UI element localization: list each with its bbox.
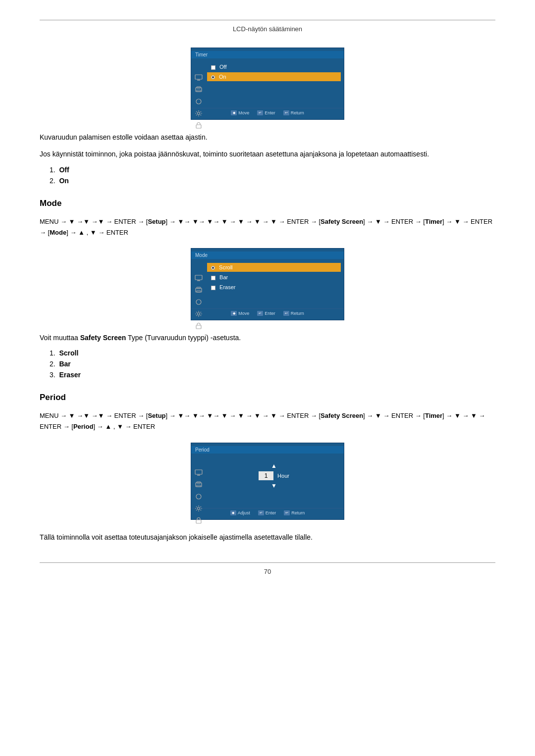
svg-rect-1	[197, 80, 200, 81]
svg-point-6	[198, 112, 200, 115]
svg-rect-20	[197, 485, 201, 487]
timer-menu-screenshot: Timer	[40, 48, 495, 120]
off-checkbox	[211, 65, 215, 70]
timer-list: 1. Off 2. On	[40, 166, 495, 185]
footer-move: ◆ Move	[231, 110, 249, 115]
period-value: 1	[259, 471, 273, 480]
bar-checkbox	[211, 276, 215, 280]
mode-menu-icons	[194, 275, 203, 329]
mode-list-item-2: 2. Bar	[50, 360, 495, 368]
page-container: LCD-näytön säätäminen Timer	[0, 0, 535, 605]
timer-menu-title: Timer	[191, 51, 344, 58]
timer-menu-box: Timer	[191, 48, 344, 120]
period-unit: Hour	[277, 473, 289, 479]
period-menu-title: Period	[191, 446, 344, 454]
svg-rect-0	[195, 75, 202, 79]
page-number: 70	[264, 568, 271, 575]
period-footer-enter: ↵ Enter	[258, 510, 276, 515]
footer-enter: ↵ Enter	[257, 110, 275, 115]
timer-menu-options: Off On	[207, 62, 341, 105]
mode-list-item-1: 1. Scroll	[50, 349, 495, 357]
enter-icon: ↵	[257, 110, 263, 115]
mode-icon-display	[194, 275, 203, 282]
period-value-row: 1 Hour	[259, 471, 289, 480]
period-desc: Tällä toiminnolla voit asettaa toteutusa…	[40, 532, 495, 543]
mode-menu-screenshot: Mode	[40, 248, 495, 320]
timer-menu-icons	[194, 74, 203, 129]
mode-icon-gear	[194, 310, 203, 317]
period-menu-icons	[194, 469, 203, 524]
svg-point-13	[196, 300, 201, 304]
scroll-radio	[211, 266, 215, 270]
mode-menu-options: Scroll Bar Eraser	[207, 263, 341, 305]
period-up-arrow: ▲	[271, 462, 277, 469]
timer-option-on: On	[207, 72, 341, 81]
timer-para1: Kuvaruudun palamisen estolle voidaan ase…	[40, 132, 495, 143]
return-icon: ↩	[283, 110, 289, 115]
svg-point-21	[196, 494, 201, 499]
period-enter-icon: ↵	[258, 510, 264, 515]
period-heading: Period	[40, 393, 495, 403]
period-menu-screenshot: Period	[40, 443, 495, 520]
mode-list: 1. Scroll 2. Bar 3. Eraser	[40, 349, 495, 379]
timer-menu-footer: ◆ Move ↵ Enter ↩ Return	[191, 108, 344, 116]
mode-heading: Mode	[40, 199, 495, 208]
mode-list-item-3: 3. Eraser	[50, 371, 495, 379]
bottom-rule: 70	[40, 562, 495, 575]
on-radio	[211, 75, 215, 79]
mode-desc: Voit muuttaa Safety Screen Type (Turvaru…	[40, 332, 495, 343]
svg-rect-7	[196, 125, 201, 128]
mode-option-bar: Bar	[207, 273, 341, 282]
period-icon-gear	[194, 505, 203, 512]
svg-rect-17	[197, 475, 200, 476]
mode-move-icon: ◆	[231, 311, 237, 316]
period-nav: MENU → ▼ →▼ →▼ → ENTER → [Setup] → ▼→ ▼→…	[40, 410, 495, 432]
footer-return: ↩ Return	[283, 110, 304, 115]
period-menu-footer: ◆ Adjust ↵ Enter ↩ Return	[191, 508, 344, 516]
mode-return-icon: ↩	[283, 311, 289, 316]
mode-footer-enter: ↵ Enter	[257, 311, 275, 316]
mode-option-scroll: Scroll	[207, 263, 341, 272]
timer-list-item-2: 2. On	[50, 177, 495, 185]
period-down-arrow: ▼	[271, 482, 277, 489]
mode-icon-lock	[194, 322, 203, 329]
icon-circle	[194, 98, 203, 105]
timer-para2: Jos käynnistät toiminnon, joka poistaa j…	[40, 149, 495, 159]
icon-print	[194, 86, 203, 93]
period-footer-return: ↩ Return	[284, 510, 305, 515]
mode-icon-circle	[194, 299, 203, 305]
eraser-checkbox	[211, 286, 215, 290]
period-return-icon: ↩	[284, 510, 290, 515]
mode-footer-return: ↩ Return	[283, 311, 304, 316]
period-footer-adjust: ◆ Adjust	[230, 510, 250, 515]
period-icon-print	[194, 481, 203, 488]
svg-rect-9	[197, 280, 200, 281]
icon-display	[194, 74, 203, 81]
icon-lock	[194, 122, 203, 129]
mode-footer-move: ◆ Move	[231, 311, 249, 316]
mode-enter-icon: ↵	[257, 311, 263, 316]
icon-gear	[194, 110, 203, 117]
svg-rect-4	[197, 90, 201, 92]
mode-menu-box: Mode	[191, 248, 344, 320]
mode-icon-print	[194, 287, 203, 294]
period-menu-box: Period	[191, 443, 344, 520]
svg-rect-12	[197, 291, 201, 292]
top-rule	[40, 20, 495, 20]
period-icon-circle	[194, 493, 203, 500]
svg-rect-16	[195, 470, 202, 474]
page-header: LCD-näytön säätäminen	[40, 25, 495, 33]
mode-option-eraser: Eraser	[207, 283, 341, 292]
mode-menu-title: Mode	[191, 252, 344, 259]
period-control: ▲ 1 Hour ▼	[207, 457, 341, 505]
svg-point-5	[196, 99, 201, 104]
svg-rect-15	[196, 325, 201, 329]
period-adjust-icon: ◆	[230, 510, 236, 515]
mode-menu-footer: ◆ Move ↵ Enter ↩ Return	[191, 308, 344, 317]
mode-nav: MENU → ▼ →▼ →▼ → ENTER → [Setup] → ▼→ ▼→…	[40, 216, 495, 238]
svg-point-14	[198, 312, 200, 315]
timer-option-off: Off	[207, 62, 341, 71]
svg-rect-8	[195, 275, 202, 280]
timer-list-item-1: 1. Off	[50, 166, 495, 174]
svg-point-22	[198, 507, 200, 509]
